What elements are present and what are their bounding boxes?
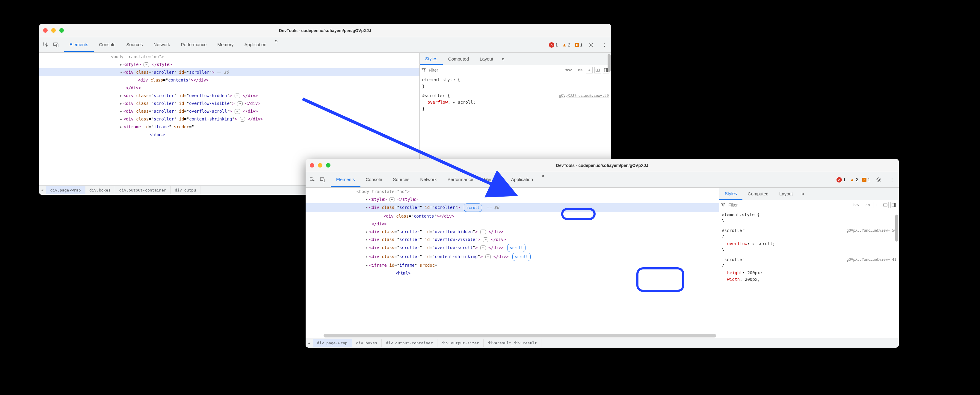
dom-style-line[interactable]: ▸<style> ⋯ </style> [39, 61, 420, 68]
dom-scroller-selected[interactable]: ⋯ ▾<div class="scroller" id="scroller">=… [39, 68, 420, 76]
dom-scroller-selected[interactable]: ▾<div class="scroller" id="scroller"> sc… [305, 203, 719, 212]
dom-body-line[interactable]: <body translate="no"> [39, 53, 420, 61]
elements-h-scrollbar[interactable] [324, 334, 716, 338]
dom-div-close[interactable]: </div> [305, 220, 719, 228]
crumb-output-truncated[interactable]: div.outpu [171, 186, 200, 194]
dom-overflow-scroll[interactable]: ▸<div class="scroller" id="overflow-scro… [39, 107, 420, 115]
warning-count[interactable]: ▲2 [850, 177, 858, 183]
error-count[interactable]: ✕1 [837, 177, 845, 183]
tab-application[interactable]: Application [506, 173, 538, 187]
dom-style-line[interactable]: ▸<style> ⋯ </style> [305, 195, 719, 203]
more-tabs-icon[interactable]: » [538, 173, 547, 187]
settings-icon[interactable] [874, 175, 883, 184]
close-button[interactable] [43, 28, 48, 33]
styles-filter-input[interactable] [727, 201, 849, 209]
tab-performance[interactable]: Performance [442, 173, 479, 187]
tab-elements[interactable]: Elements [331, 173, 360, 187]
tab-sources[interactable]: Sources [121, 38, 148, 52]
cls-toggle[interactable]: .cls [575, 67, 584, 73]
styles-filter-input[interactable] [428, 67, 561, 74]
crumb-output-container[interactable]: div.output-container [382, 339, 438, 347]
issue-count[interactable]: ×1 [862, 177, 870, 182]
dom-overflow-visible[interactable]: ▸<div class="scroller" id="overflow-visi… [305, 236, 719, 243]
styles-more-icon[interactable]: » [498, 56, 508, 62]
tab-console[interactable]: Console [360, 173, 388, 187]
hov-toggle[interactable]: :hov [851, 202, 861, 208]
crumb-boxes[interactable]: div.boxes [85, 186, 115, 194]
bc-prev-icon[interactable]: « [305, 341, 313, 345]
tab-memory[interactable]: Memory [212, 38, 239, 52]
styles-pane-icon[interactable] [594, 67, 601, 73]
css-source-link[interactable]: gOVpXJJ?ano…ue&view=:50 [847, 227, 896, 234]
inspect-icon[interactable] [308, 175, 317, 184]
css-rules[interactable]: element.style { } gOVpXJJ?ano…ue&view=:5… [719, 210, 899, 338]
device-toggle-icon[interactable] [51, 40, 60, 49]
tab-memory[interactable]: Memory [479, 173, 506, 187]
cls-toggle[interactable]: .cls [863, 202, 872, 208]
inspect-icon[interactable] [41, 40, 50, 49]
new-rule-button[interactable]: + [873, 202, 880, 208]
tab-network[interactable]: Network [415, 173, 442, 187]
styles-tab-styles[interactable]: Styles [420, 53, 443, 65]
css-source-link[interactable]: gOVpXJJ?noc…ue&view=:50 [559, 92, 609, 99]
hov-toggle[interactable]: :hov [563, 67, 573, 73]
tab-sources[interactable]: Sources [388, 173, 415, 187]
tab-elements[interactable]: Elements [64, 38, 94, 52]
tab-performance[interactable]: Performance [175, 38, 212, 52]
dom-overflow-hidden[interactable]: ▸<div class="scroller" id="overflow-hidd… [39, 92, 420, 99]
new-rule-button[interactable]: + [586, 67, 593, 73]
crumb-output-container[interactable]: div.output-container [115, 186, 171, 194]
crumb-boxes[interactable]: div.boxes [352, 339, 382, 347]
bc-prev-icon[interactable]: « [39, 188, 46, 193]
dom-overflow-hidden[interactable]: ▸<div class="scroller" id="overflow-hidd… [305, 228, 719, 236]
dom-contents[interactable]: <div class="contents"></div> [305, 212, 719, 220]
computed-pane-icon[interactable] [891, 202, 897, 208]
dom-contents[interactable]: <div class="contents"></div> [39, 76, 420, 84]
crumb-page-wrap[interactable]: div.page-wrap [46, 186, 85, 194]
crumb-result[interactable]: div#result_div.result [484, 339, 541, 347]
dom-iframe[interactable]: ▸<iframe id="iframe" srcdoc=" [305, 261, 719, 269]
styles-tab-computed[interactable]: Computed [443, 53, 474, 64]
tab-network[interactable]: Network [148, 38, 175, 52]
dom-iframe-html[interactable]: <html> [305, 269, 719, 277]
scroll-badge[interactable]: scroll [464, 204, 482, 212]
styles-pane-icon[interactable] [882, 202, 889, 208]
maximize-button[interactable] [326, 163, 331, 167]
warning-count[interactable]: ▲2 [562, 42, 570, 48]
maximize-button[interactable] [59, 28, 64, 33]
device-toggle-icon[interactable] [318, 175, 327, 184]
styles-tab-layout[interactable]: Layout [774, 188, 798, 199]
crumb-page-wrap[interactable]: div.page-wrap [313, 339, 352, 347]
scroll-badge[interactable]: scroll [507, 244, 525, 252]
kebab-menu-icon[interactable]: ⋮ [600, 40, 609, 49]
styles-tab-layout[interactable]: Layout [474, 53, 498, 64]
crumb-output-sizer[interactable]: div.output-sizer [438, 339, 484, 347]
devtools-window-after: DevTools - codepen.io/sofiayem/pen/gOVpX… [305, 159, 899, 348]
elements-tree[interactable]: <body translate="no"> ▸<style> ⋯ </style… [305, 188, 719, 338]
tab-application[interactable]: Application [239, 38, 272, 52]
dom-body-line[interactable]: <body translate="no"> [305, 188, 719, 195]
dom-iframe-html[interactable]: <html> [39, 131, 420, 139]
dom-content-shrinking[interactable]: ▸<div class="scroller" id="content-shrin… [39, 115, 420, 123]
error-count[interactable]: ✕1 [549, 42, 558, 48]
minimize-button[interactable] [51, 28, 56, 33]
styles-tab-computed[interactable]: Computed [742, 188, 774, 199]
dom-div-close[interactable]: </div> [39, 84, 420, 92]
kebab-menu-icon[interactable]: ⋮ [888, 175, 896, 184]
styles-scrollbar[interactable] [608, 54, 611, 72]
issue-count[interactable]: ■1 [574, 43, 582, 47]
minimize-button[interactable] [318, 163, 322, 167]
css-source-link[interactable]: gOVpXJJ?ano…ue&view=:41 [847, 256, 896, 263]
dom-overflow-visible[interactable]: ▸<div class="scroller" id="overflow-visi… [39, 99, 420, 107]
styles-tab-styles[interactable]: Styles [719, 188, 742, 200]
styles-scrollbar[interactable] [895, 215, 898, 242]
more-tabs-icon[interactable]: » [272, 38, 281, 52]
tab-console[interactable]: Console [94, 38, 121, 52]
dom-overflow-scroll[interactable]: ▸<div class="scroller" id="overflow-scro… [305, 243, 719, 252]
settings-icon[interactable] [587, 40, 596, 49]
dom-content-shrinking[interactable]: ▸<div class="scroller" id="content-shrin… [305, 252, 719, 261]
styles-more-icon[interactable]: » [798, 191, 807, 197]
dom-iframe[interactable]: ▸<iframe id="iframe" srcdoc=" [39, 123, 420, 131]
close-button[interactable] [310, 163, 314, 167]
scroll-badge[interactable]: scroll [512, 253, 531, 261]
